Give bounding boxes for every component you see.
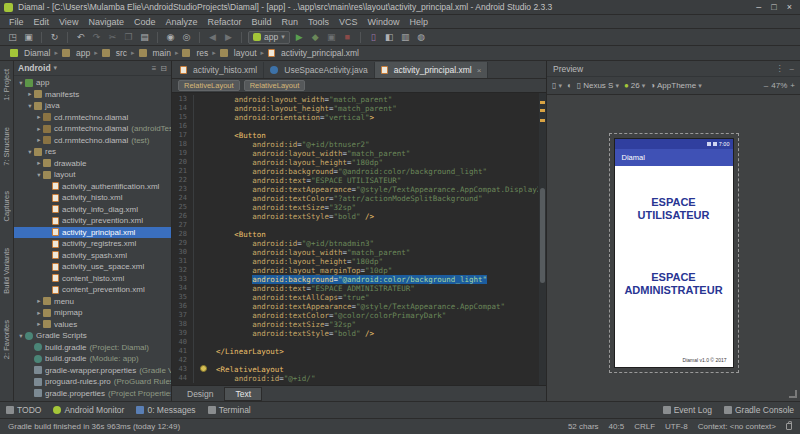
code-line[interactable]: 26 android:textStyle="bold" /> xyxy=(172,212,538,221)
resize-grip[interactable] xyxy=(789,390,797,398)
code-line[interactable]: 40 xyxy=(172,338,538,347)
xml-breadcrumb-chip[interactable]: RelativeLayout xyxy=(178,80,240,91)
gradle-sync-icon[interactable]: ◍ xyxy=(415,31,428,44)
code-line[interactable]: 43 <RelativeLayout xyxy=(172,365,538,374)
code-line[interactable]: 22 android:text="ESPACE UTILISATEUR" xyxy=(172,176,538,185)
tree-item-build-gradle-module-app[interactable]: build.gradle(Module: app) xyxy=(14,353,171,365)
code-line[interactable]: 36 android:textAppearance="@style/TextAp… xyxy=(172,302,538,311)
tree-item-values[interactable]: ▸values xyxy=(14,319,171,331)
tree-item-gradle-wrapper-properties-gradle-version[interactable]: gradle-wrapper.properties(Gradle Version… xyxy=(14,365,171,377)
minimize-button[interactable]: – xyxy=(756,2,761,12)
code-line[interactable]: 29 android:id="@+id/btnadmin3" xyxy=(172,239,538,248)
back-icon[interactable]: ◀ xyxy=(206,31,219,44)
sync-icon[interactable]: ↻ xyxy=(48,31,61,44)
editor-tab-activity-principal-xml[interactable]: activity_principal.xml× xyxy=(375,62,489,78)
tree-item-content-prevention-xml[interactable]: content_prevention.xml xyxy=(14,284,171,296)
code-line[interactable]: 33 android:background="@android:color/ba… xyxy=(172,275,538,284)
intention-bulb-icon[interactable] xyxy=(200,365,207,372)
tool-button-terminal[interactable]: Terminal xyxy=(208,405,251,415)
tree-item-cd-rnmtechno-diamal[interactable]: ▸cd.rnmtechno.diamal xyxy=(14,112,171,124)
code-line[interactable]: 32 android:layout_marginTop="10dp" xyxy=(172,266,538,275)
status-widget-crlf[interactable]: CRLF xyxy=(634,422,655,431)
tool-button-gradle-console[interactable]: Gradle Console xyxy=(724,405,794,415)
code-line[interactable]: 42 xyxy=(172,356,538,365)
menu-vcs[interactable]: VCS xyxy=(334,17,363,27)
forward-icon[interactable]: ▶ xyxy=(222,31,235,44)
tree-item-mipmap[interactable]: ▸mipmap xyxy=(14,307,171,319)
status-widget-40-5[interactable]: 40:5 xyxy=(609,422,625,431)
code-editor[interactable]: 13 android:layout_width="match_parent"14… xyxy=(172,93,546,385)
zoom-in-icon[interactable]: + xyxy=(790,81,795,90)
code-line[interactable]: 27 xyxy=(172,221,538,230)
editor-tab-usespaceactivity-java[interactable]: UseSpaceActivity.java xyxy=(264,62,374,78)
tool-button-2-favorites[interactable]: 2: Favorites xyxy=(2,320,11,359)
code-line[interactable]: 17 <Button xyxy=(172,131,538,140)
project-view-selector[interactable]: Android xyxy=(18,63,51,73)
code-line[interactable]: 44 android:id="@+id/" xyxy=(172,374,538,383)
code-line[interactable]: 37 android:textColor="@color/colorPrimar… xyxy=(172,311,538,320)
code-line[interactable]: 20 android:layout_height="180dp" xyxy=(172,158,538,167)
find-icon[interactable]: ◉ xyxy=(164,31,177,44)
preview-minimize-icon[interactable]: – xyxy=(790,64,794,73)
code-line[interactable]: 41 </LinearLayout> xyxy=(172,347,538,356)
warning-stripe-mark[interactable] xyxy=(540,109,545,112)
code-line[interactable]: 23 android:textAppearance="@style/TextAp… xyxy=(172,185,538,194)
stop-icon[interactable]: ■ xyxy=(341,31,354,44)
editor-scrollbar[interactable] xyxy=(539,93,546,385)
preview-settings-icon[interactable]: ⋮ xyxy=(776,64,784,73)
tree-item-layout[interactable]: ▾layout xyxy=(14,169,171,181)
tab-text[interactable]: Text xyxy=(224,387,262,401)
tree-item-manifests[interactable]: ▸manifests xyxy=(14,89,171,101)
code-line[interactable]: 25 android:textSize="32sp" xyxy=(172,203,538,212)
warning-stripe-mark[interactable] xyxy=(540,101,545,104)
code-line[interactable]: 38 android:textSize="32sp" xyxy=(172,320,538,329)
cut-icon[interactable]: ✂ xyxy=(106,31,119,44)
code-line[interactable]: 28 <Button xyxy=(172,230,538,239)
sdk-manager-icon[interactable]: ◧ xyxy=(383,31,396,44)
open-icon[interactable]: ◳ xyxy=(6,31,19,44)
crumb-main[interactable]: main xyxy=(137,48,173,58)
tab-design[interactable]: Design xyxy=(176,387,224,401)
run-coverage-icon[interactable]: ▣ xyxy=(325,31,338,44)
tool-button-build-variants[interactable]: Build Variants xyxy=(2,248,11,294)
run-icon[interactable]: ▶ xyxy=(293,31,306,44)
menu-run[interactable]: Run xyxy=(277,17,304,27)
code-line[interactable]: 19 android:layout_width="match_parent" xyxy=(172,149,538,158)
tool-button-event-log[interactable]: Event Log xyxy=(663,405,712,415)
close-icon[interactable]: × xyxy=(477,66,482,75)
tree-item-activity-info-diag-xml[interactable]: activity_info_diag.xml xyxy=(14,204,171,216)
debug-icon[interactable]: ◆ xyxy=(309,31,322,44)
lock-icon[interactable] xyxy=(786,423,792,430)
tree-item-activity-histo-xml[interactable]: activity_histo.xml xyxy=(14,192,171,204)
gear-icon[interactable]: ≡ xyxy=(152,64,157,73)
code-line[interactable]: 15 android:orientation="vertical"> xyxy=(172,113,538,122)
avd-manager-icon[interactable]: ▯ xyxy=(367,31,380,44)
espace-utilisateur-button[interactable]: ESPACE UTILISATEUR xyxy=(615,196,733,221)
theme-select[interactable]: ◑AppTheme▾ xyxy=(650,81,702,90)
code-line[interactable]: 18 android:id="@+id/btnuser2" xyxy=(172,140,538,149)
close-button[interactable]: × xyxy=(787,2,792,12)
menu-build[interactable]: Build xyxy=(246,17,276,27)
tool-button-android-monitor[interactable]: Android Monitor xyxy=(53,405,124,415)
code-line[interactable]: 24 android:textColor="?attr/actionModeSp… xyxy=(172,194,538,203)
status-widget-context-no-context[interactable]: Context: <no context> xyxy=(698,422,776,431)
tree-item-build-gradle-project-diamal[interactable]: build.gradle(Project: Diamal) xyxy=(14,342,171,354)
code-line[interactable]: 34 android:text="ESPACE ADMINISTRATEUR" xyxy=(172,284,538,293)
code-line[interactable]: 31 android:layout_height="180dp" xyxy=(172,257,538,266)
code-area[interactable]: 13 android:layout_width="match_parent"14… xyxy=(172,93,538,385)
tree-item-activity-use-space-xml[interactable]: activity_use_space.xml xyxy=(14,261,171,273)
code-line[interactable]: 30 android:layout_width="match_parent" xyxy=(172,248,538,257)
tree-item-cd-rnmtechno-diamal-androidtest[interactable]: ▸cd.rnmtechno.diamal(androidTest) xyxy=(14,123,171,135)
menu-edit[interactable]: Edit xyxy=(29,17,55,27)
api-level-select[interactable]: ●26▾ xyxy=(624,81,645,90)
menu-help[interactable]: Help xyxy=(405,17,434,27)
menu-view[interactable]: View xyxy=(54,17,83,27)
warning-stripe-mark[interactable] xyxy=(540,119,545,122)
menu-file[interactable]: File xyxy=(4,17,29,27)
device-select[interactable]: ▯Nexus S▾ xyxy=(577,81,619,90)
crumb-layout[interactable]: layout xyxy=(218,48,259,58)
tree-item-menu[interactable]: ▸menu xyxy=(14,296,171,308)
menu-analyze[interactable]: Analyze xyxy=(160,17,202,27)
tree-item-app[interactable]: ▾app xyxy=(14,77,171,89)
crumb-diamal[interactable]: Diamal xyxy=(8,48,52,58)
